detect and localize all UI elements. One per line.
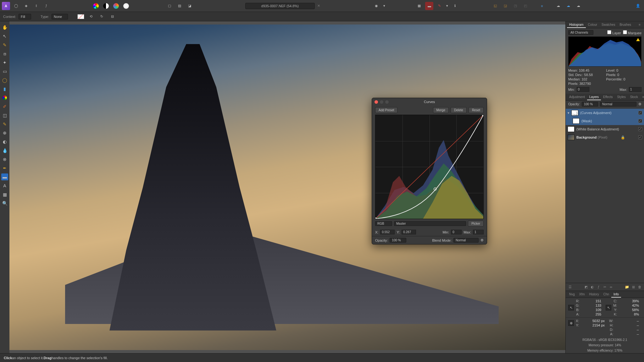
context-select[interactable]: Fill (19, 14, 31, 19)
color-picker-tool-icon[interactable]: ✎ (1, 41, 8, 48)
heal-tool-icon[interactable]: ⊕ (1, 129, 8, 136)
tab-layers[interactable]: Layers (587, 94, 601, 100)
layer-mask[interactable]: (Mask) ✓ (566, 117, 644, 125)
info-icon[interactable]: ℹ (451, 2, 459, 10)
lock-icon[interactable]: 🔒 (621, 135, 625, 140)
snap-grid-icon[interactable]: ▦ (415, 2, 423, 10)
quickmask-menu-icon[interactable]: ▾ (382, 2, 386, 10)
layer-opacity-select[interactable]: 100 % (582, 102, 598, 107)
zoom-tool-icon[interactable]: 🔍 (1, 200, 8, 207)
picker-button[interactable]: Picker (468, 221, 484, 227)
blur-tool-icon[interactable]: 💧 (1, 147, 8, 154)
add-preset-button[interactable]: Add Preset (375, 107, 397, 113)
ctx-rotate-icon[interactable]: ↻ (97, 13, 106, 21)
tab-chn[interactable]: Chn (601, 292, 611, 298)
app-logo[interactable]: A (2, 2, 10, 10)
flood-tool-icon[interactable]: ▮ (1, 85, 8, 92)
add-layer-icon[interactable]: ⊞ (631, 284, 636, 289)
cloud-3-icon[interactable]: ☁ (574, 2, 582, 10)
selection-invert-icon[interactable]: ◪ (186, 2, 194, 10)
curve-y-input[interactable] (402, 230, 416, 234)
tab-info[interactable]: Info (611, 292, 621, 298)
layer-visible-checkbox[interactable]: ✓ (638, 135, 642, 139)
layer-wb[interactable]: (White Balance Adjustment) ✓ (566, 125, 644, 133)
delete-button[interactable]: Delete (451, 107, 467, 113)
quickmask-icon[interactable]: ◉ (372, 2, 380, 10)
tab-xfm[interactable]: Xfm (577, 292, 587, 298)
marquee-tool-icon[interactable]: ▭ (1, 68, 8, 75)
paint-brush-icon[interactable]: ✐ (1, 103, 8, 110)
autowb-icon[interactable] (122, 2, 130, 10)
dodge-tool-icon[interactable]: ◐ (1, 138, 8, 145)
retouch-tool-icon[interactable]: ⊗ (1, 156, 8, 163)
curve-x-input[interactable] (380, 230, 395, 234)
clone-tool-icon[interactable]: ✎ (1, 121, 8, 128)
selection-rect-icon[interactable]: ▢ (165, 2, 174, 10)
layers-menu-icon[interactable]: ≡ (640, 94, 644, 100)
tab-colour[interactable]: Colour (586, 22, 599, 28)
dialog-titlebar[interactable]: Curves (372, 98, 487, 106)
assistant-icon[interactable]: ✎ (435, 2, 443, 10)
persona-export-icon[interactable]: ⤴ (42, 2, 50, 10)
tab-swatches[interactable]: Swatches (599, 22, 617, 28)
curve-max-input[interactable] (473, 230, 484, 234)
autolevels-icon[interactable] (92, 2, 100, 10)
autocontrast-icon[interactable] (102, 2, 110, 10)
snap-toggle-icon[interactable]: ▬ (425, 2, 433, 10)
tab-histogram[interactable]: Histogram (567, 22, 586, 28)
arrange-back-icon[interactable]: ◱ (491, 2, 499, 10)
layer-cog-icon[interactable]: ⚙ (638, 102, 641, 106)
persona-liquify-icon[interactable]: ◈ (22, 2, 30, 10)
shape-tool-icon[interactable]: ▬ (1, 173, 8, 180)
fx-icon[interactable]: ƒ (596, 284, 601, 289)
hand-tool-icon[interactable]: ✋ (1, 24, 8, 31)
crop-tool-icon[interactable]: ⧈ (1, 50, 8, 57)
layer-visible-checkbox[interactable]: ✓ (638, 111, 642, 115)
persona-develop-icon[interactable]: ⦀ (32, 2, 40, 10)
curves-cog-icon[interactable]: ⚙ (480, 238, 484, 242)
panel-menu-icon[interactable]: ≡ (636, 22, 643, 28)
adjust-icon[interactable]: ◐ (590, 284, 595, 289)
tab-brushes[interactable]: Brushes (617, 22, 633, 28)
hist-min-input[interactable] (577, 87, 589, 92)
pos-sampler-icon[interactable]: ⊕ (568, 320, 574, 326)
selection-none-icon[interactable]: ▨ (175, 2, 184, 10)
cloud-1-icon[interactable]: ☁ (554, 2, 562, 10)
curves-opacity-select[interactable]: 100 % (390, 238, 406, 243)
ctx-align-icon[interactable]: ⊟ (108, 13, 116, 21)
marquee-checkbox[interactable] (623, 30, 627, 34)
tab-stock[interactable]: Stock (628, 94, 640, 100)
curves-dialog[interactable]: Curves Add Preset Merge Delete Reset RGB… (372, 98, 487, 244)
arrange-3-icon[interactable]: ◳ (511, 2, 519, 10)
curves-plot[interactable] (375, 115, 484, 219)
tab-adjustment[interactable]: Adjustment (567, 94, 587, 100)
arrange-front-icon[interactable]: ◲ (501, 2, 509, 10)
gradient-tool-icon[interactable] (1, 94, 8, 101)
layer-blend-select[interactable]: Normal (600, 102, 636, 107)
merge-button[interactable]: Merge (433, 107, 449, 113)
selection-brush-icon[interactable]: ✦ (1, 59, 8, 66)
erase-tool-icon[interactable]: ◫ (1, 112, 8, 119)
tab-effects[interactable]: Effects (601, 94, 615, 100)
cloud-2-icon[interactable]: ☁ (564, 2, 572, 10)
tab-styles[interactable]: Styles (615, 94, 628, 100)
channels-select[interactable]: All Channels (568, 30, 593, 35)
curve-min-input[interactable] (451, 230, 462, 234)
mesh-tool-icon[interactable]: ▦ (1, 191, 8, 198)
crop-l-icon[interactable]: ✂ (602, 284, 608, 289)
layer-curves[interactable]: ▾ (Curves Adjustment) ✓ (566, 109, 644, 117)
channel-select[interactable]: Master (394, 221, 466, 226)
hist-max-input[interactable] (629, 87, 641, 92)
tab-history[interactable]: History (587, 292, 601, 298)
layer-checkbox[interactable] (607, 30, 611, 34)
mask-icon[interactable]: ◩ (584, 284, 589, 289)
assistant-menu-icon[interactable]: ▾ (445, 2, 449, 10)
layer-visible-checkbox[interactable]: ✓ (638, 119, 642, 123)
folder-icon[interactable]: 📁 (625, 284, 630, 289)
rgb-sampler-icon[interactable]: ↖ (568, 305, 574, 310)
align-icon[interactable]: ≡ (538, 2, 546, 10)
type-select[interactable]: None (52, 14, 68, 19)
disclosure-icon[interactable]: ▾ (568, 111, 569, 115)
link-icon[interactable]: ∞ (609, 284, 614, 289)
persona-photo-icon[interactable]: ◯ (12, 2, 20, 10)
